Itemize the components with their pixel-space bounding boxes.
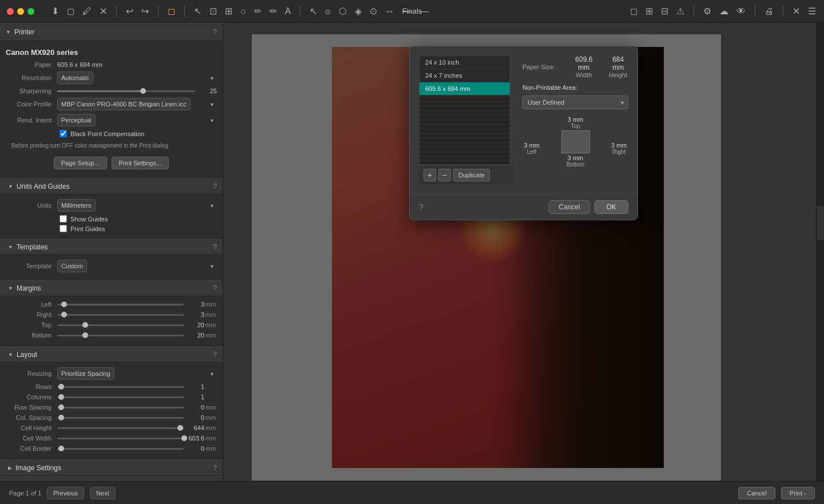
lasso-icon[interactable]: ⌾ bbox=[324, 5, 332, 18]
grid-icon[interactable]: ⊞ bbox=[224, 5, 233, 18]
row-spacing-slider[interactable] bbox=[57, 407, 184, 408]
redo-icon[interactable]: ↪ bbox=[140, 5, 150, 18]
columns-slider[interactable] bbox=[57, 396, 184, 398]
templates-header[interactable]: ▼ Templates ? bbox=[0, 239, 223, 255]
print-settings-button[interactable]: Print Settings... bbox=[112, 157, 169, 169]
cursor-icon[interactable]: ↖ bbox=[193, 5, 203, 18]
paper-size-item-0[interactable]: 24 x 10 inch bbox=[419, 56, 510, 69]
show-guides-checkbox[interactable] bbox=[60, 215, 67, 223]
bottom-margin-slider[interactable] bbox=[57, 335, 184, 336]
print-active-icon[interactable]: ◻ bbox=[167, 5, 176, 18]
select-icon[interactable]: ↖ bbox=[308, 5, 318, 18]
print-icon[interactable]: 🖨 bbox=[763, 5, 775, 18]
cell-border-slider[interactable] bbox=[57, 448, 184, 450]
modal-right-label: Right bbox=[611, 149, 627, 155]
cancel-print-button[interactable]: Cancel bbox=[738, 487, 775, 499]
cloud-icon[interactable]: ☁ bbox=[718, 5, 730, 18]
settings-icon[interactable]: ⚙ bbox=[702, 5, 712, 18]
modal-ok-button[interactable]: OK bbox=[595, 200, 628, 214]
pen-icon[interactable]: ✏ bbox=[253, 5, 263, 18]
resolution-select[interactable]: Automatic bbox=[57, 72, 93, 84]
circle-icon[interactable]: ○ bbox=[239, 5, 247, 18]
brush-icon[interactable]: ✏ bbox=[268, 5, 278, 18]
image-settings-help-icon[interactable]: ? bbox=[213, 464, 217, 472]
add-size-button[interactable]: + bbox=[423, 169, 436, 181]
templates-chevron: ▼ bbox=[8, 244, 13, 250]
color-profile-select[interactable]: MBP Canon PRO-4000 BC Belgian Linen.icc bbox=[57, 98, 191, 110]
crop-icon[interactable]: ⊡ bbox=[208, 5, 218, 18]
glasses-icon[interactable]: 👁 bbox=[735, 5, 747, 18]
margins-header[interactable]: ▼ Margins ? bbox=[0, 280, 223, 296]
units-help-icon[interactable]: ? bbox=[213, 182, 217, 191]
panels-icon[interactable]: ⊞ bbox=[644, 5, 654, 18]
right-margin-thumb[interactable] bbox=[61, 312, 67, 318]
top-margin-thumb[interactable] bbox=[82, 322, 88, 328]
paper-size-item-2[interactable]: 609.6 x 684 mm bbox=[419, 82, 510, 96]
printer-help-icon[interactable]: ? bbox=[213, 28, 217, 36]
black-point-checkbox[interactable] bbox=[60, 130, 67, 137]
cell-width-thumb[interactable] bbox=[181, 435, 187, 441]
rows-thumb[interactable] bbox=[58, 384, 64, 390]
text-icon[interactable]: A bbox=[284, 5, 292, 18]
show-guides-row: Show Guides bbox=[6, 215, 217, 223]
printer-section-header[interactable]: ▼ Printer ? bbox=[0, 23, 223, 41]
page-setup-button[interactable]: Page Setup... bbox=[54, 157, 107, 169]
row-spacing-thumb[interactable] bbox=[58, 404, 64, 410]
undo-icon[interactable]: ↩ bbox=[125, 5, 134, 18]
left-margin-thumb[interactable] bbox=[61, 301, 67, 307]
paper-size-list: 24 x 10 inch 24 x 7 inches 609.6 x 684 m… bbox=[419, 55, 510, 165]
histogram-icon[interactable]: ⊟ bbox=[660, 5, 670, 18]
units-guides-header[interactable]: ▼ Units And Guides ? bbox=[0, 178, 223, 195]
modal-help-icon[interactable]: ? bbox=[419, 203, 423, 212]
resizing-select[interactable]: Prioritize Spacing bbox=[57, 367, 114, 380]
top-margin-slider[interactable] bbox=[57, 324, 184, 326]
heal-icon[interactable]: ⊙ bbox=[369, 5, 378, 18]
paper-size-item-1[interactable]: 24 x 7 inches bbox=[419, 69, 510, 82]
templates-help-icon[interactable]: ? bbox=[213, 243, 217, 251]
next-button[interactable]: Next bbox=[90, 487, 116, 499]
col-spacing-thumb[interactable] bbox=[58, 415, 64, 420]
units-select[interactable]: Millimeters bbox=[57, 199, 96, 212]
close-x-icon[interactable]: ✕ bbox=[98, 5, 108, 18]
stamp-icon[interactable]: ◈ bbox=[354, 5, 363, 18]
print-button[interactable]: Print - bbox=[781, 487, 815, 499]
cell-height-slider[interactable] bbox=[57, 427, 184, 429]
left-margin-slider[interactable] bbox=[57, 304, 184, 305]
open-icon[interactable]: ◻ bbox=[66, 5, 76, 18]
download-icon[interactable]: ⬇ bbox=[50, 5, 60, 18]
rend-intent-select[interactable]: Perceptual bbox=[57, 114, 96, 126]
previous-button[interactable]: Previous bbox=[47, 487, 84, 499]
caption-help-icon[interactable]: ? bbox=[213, 480, 217, 481]
polygon-icon[interactable]: ⬡ bbox=[338, 5, 348, 18]
area-select[interactable]: User Defined bbox=[522, 96, 628, 109]
rows-slider[interactable] bbox=[57, 386, 184, 388]
maximize-button[interactable] bbox=[27, 8, 34, 15]
columns-thumb[interactable] bbox=[58, 394, 64, 400]
margins-help-icon[interactable]: ? bbox=[213, 284, 217, 292]
cell-border-thumb[interactable] bbox=[58, 446, 64, 451]
menu-icon[interactable]: ☰ bbox=[807, 5, 817, 18]
plugins-icon[interactable]: ✕ bbox=[791, 5, 801, 18]
view-icon[interactable]: ◻ bbox=[629, 5, 639, 18]
remove-size-button[interactable]: − bbox=[438, 169, 451, 181]
sharpening-slider[interactable] bbox=[57, 90, 195, 92]
edit-icon[interactable]: 🖊 bbox=[81, 5, 93, 18]
duplicate-size-button[interactable]: Duplicate bbox=[453, 169, 490, 181]
col-spacing-slider[interactable] bbox=[57, 417, 184, 419]
alert-icon[interactable]: ⚠ bbox=[675, 5, 686, 18]
caption-header[interactable]: ▶ Caption ? bbox=[0, 476, 223, 481]
layout-help-icon[interactable]: ? bbox=[213, 351, 217, 359]
image-settings-header[interactable]: ▶ Image Settings ? bbox=[0, 460, 223, 476]
clone-icon[interactable]: ↔ bbox=[384, 5, 395, 18]
right-margin-slider[interactable] bbox=[57, 314, 184, 316]
close-button[interactable] bbox=[7, 8, 14, 15]
minimize-button[interactable] bbox=[17, 8, 24, 15]
sharpening-thumb[interactable] bbox=[140, 88, 146, 94]
template-select[interactable]: Custom bbox=[57, 260, 87, 272]
layout-header[interactable]: ▼ Layout ? bbox=[0, 347, 223, 363]
cell-height-thumb[interactable] bbox=[177, 425, 183, 431]
bottom-margin-thumb[interactable] bbox=[82, 332, 88, 338]
cell-width-slider[interactable] bbox=[57, 438, 184, 439]
print-guides-checkbox[interactable] bbox=[60, 225, 67, 232]
modal-cancel-button[interactable]: Cancel bbox=[549, 200, 589, 214]
